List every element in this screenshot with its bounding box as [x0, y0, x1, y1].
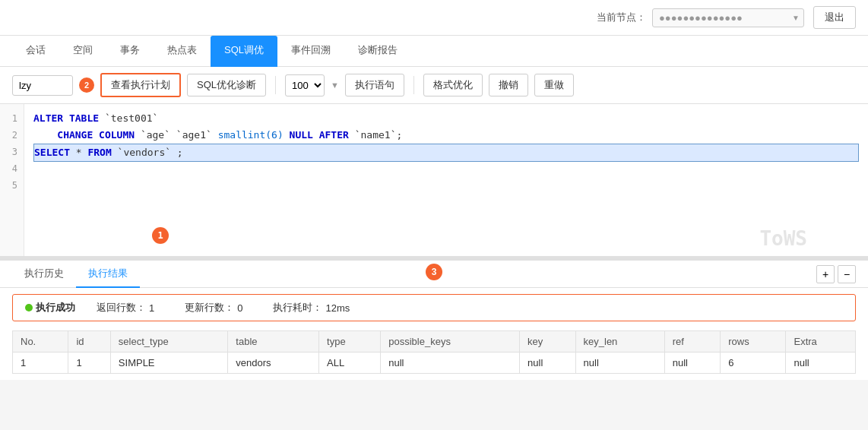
col-id: id	[68, 331, 110, 353]
result-panel: 执行成功 返回行数： 1 更新行数： 0 执行耗时： 12ms No. id s…	[0, 288, 868, 380]
col-no: No.	[13, 331, 68, 353]
col-ref: ref	[664, 331, 720, 353]
toolbar-divider2	[413, 76, 414, 94]
result-status-bar: 执行成功 返回行数： 1 更新行数： 0 执行耗时： 12ms	[12, 294, 856, 321]
tab-actions: + −	[816, 265, 856, 283]
sql-editor-inner: 1 2 3 4 5 ALTER TABLE `test001` CHANGE C…	[0, 104, 868, 256]
col-extra: Extra	[786, 331, 856, 353]
col-key: key	[520, 331, 575, 353]
code-line-2: CHANGE COLUMN `age` `age1` smallint(6) N…	[33, 127, 859, 144]
add-button[interactable]: +	[816, 265, 835, 283]
bottom-panel: 执行历史 执行结果 3 + − 执行成功 返回行数： 1 更新行数： 0 执行耗…	[0, 259, 868, 380]
code-line-3: SELECT * FROM `vendors` ;	[33, 144, 859, 162]
exec-sql-button[interactable]: 执行语句	[345, 74, 404, 96]
annotation-badge-1: 1	[152, 227, 169, 244]
col-key-len: key_len	[575, 331, 664, 353]
tab-session[interactable]: 会话	[12, 36, 59, 67]
node-select-wrap: ●●●●●●●●●●●●●●	[652, 8, 804, 27]
annotation-badge-3: 3	[426, 264, 442, 280]
cell-select-type: SIMPLE	[110, 353, 228, 374]
logout-button[interactable]: 退出	[813, 6, 856, 29]
toolbar-divider	[275, 76, 276, 94]
node-select[interactable]: ●●●●●●●●●●●●●●	[652, 8, 804, 27]
col-select-type: select_type	[110, 331, 228, 353]
tab-history[interactable]: 执行历史	[12, 261, 76, 288]
cell-no: 1	[13, 353, 68, 374]
table-header-row: No. id select_type table type possible_k…	[13, 331, 856, 353]
cell-rows: 6	[721, 353, 786, 374]
col-rows: rows	[721, 331, 786, 353]
badge-2: 2	[79, 77, 94, 93]
row-count-select[interactable]: 100 50 200 500	[285, 74, 325, 96]
cancel-button[interactable]: 撤销	[489, 74, 528, 96]
code-line-5	[33, 179, 859, 195]
tab-results[interactable]: 执行结果	[76, 261, 140, 288]
col-table: table	[228, 331, 319, 353]
format-button[interactable]: 格式优化	[423, 74, 483, 96]
cell-possible-keys: null	[381, 353, 520, 374]
status-dot	[25, 304, 33, 311]
status-text: 执行成功	[36, 301, 75, 315]
table-row: 1 1 SIMPLE vendors ALL null null null nu…	[13, 353, 856, 374]
update-rows-label: 更新行数：	[185, 301, 234, 315]
cell-table: vendors	[228, 353, 319, 374]
tab-hottable[interactable]: 热点表	[154, 36, 211, 67]
code-content[interactable]: ALTER TABLE `test001` CHANGE COLUMN `age…	[24, 104, 868, 256]
nav-tabs: 会话 空间 事务 热点表 SQL调优 事件回溯 诊断报告	[0, 36, 868, 67]
tab-diagreport[interactable]: 诊断报告	[344, 36, 411, 67]
tab-transaction[interactable]: 事务	[106, 36, 154, 67]
schema-input[interactable]	[12, 75, 73, 96]
tows-watermark: ToWS	[759, 227, 807, 250]
tab-sqlopt[interactable]: SQL调优	[211, 36, 277, 67]
bottom-tabs: 执行历史 执行结果 3 + −	[0, 261, 868, 288]
tab-eventtracing[interactable]: 事件回溯	[277, 36, 344, 67]
cell-key-len: null	[575, 353, 664, 374]
toolbar: 2 查看执行计划 SQL优化诊断 100 50 200 500 ▼ 执行语句 格…	[0, 67, 868, 104]
tab-space[interactable]: 空间	[59, 36, 106, 67]
col-type: type	[319, 331, 381, 353]
elapsed-value: 12ms	[325, 302, 350, 314]
code-line-4	[33, 162, 859, 179]
cell-extra: null	[786, 353, 856, 374]
sql-diagnose-button[interactable]: SQL优化诊断	[187, 74, 266, 96]
current-node-label: 当前节点：	[597, 11, 646, 24]
cell-ref: null	[664, 353, 720, 374]
top-bar: 当前节点： ●●●●●●●●●●●●●● 退出	[0, 0, 868, 36]
view-plan-button[interactable]: 查看执行计划	[100, 73, 181, 97]
cell-id: 1	[68, 353, 110, 374]
line-numbers: 1 2 3 4 5	[0, 104, 24, 256]
annotation-1-area: 1	[152, 227, 169, 244]
minus-button[interactable]: −	[838, 265, 856, 283]
elapsed-label: 执行耗时：	[273, 301, 322, 315]
return-rows-value: 1	[149, 302, 154, 314]
cell-type: ALL	[319, 353, 381, 374]
update-rows-value: 0	[237, 302, 242, 314]
redo-button[interactable]: 重做	[534, 74, 574, 96]
return-rows-label: 返回行数：	[97, 301, 146, 315]
col-possible-keys: possible_keys	[381, 331, 520, 353]
dropdown-arrow: ▼	[331, 81, 339, 90]
cell-key: null	[520, 353, 575, 374]
code-line-1: ALTER TABLE `test001`	[33, 110, 859, 127]
sql-editor-area: 1 2 3 4 5 ALTER TABLE `test001` CHANGE C…	[0, 104, 868, 259]
result-table: No. id select_type table type possible_k…	[12, 330, 856, 374]
